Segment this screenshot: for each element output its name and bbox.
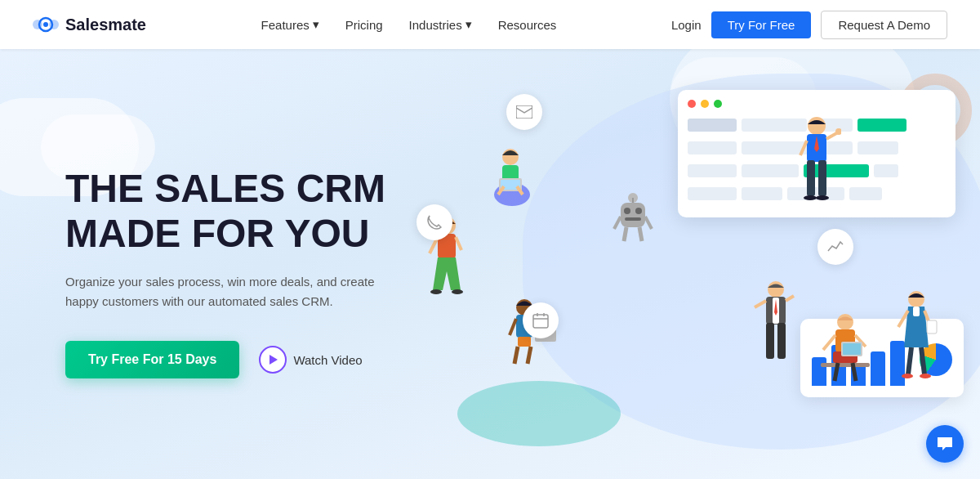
robot-figure xyxy=(612,188,653,245)
hero-section: THE SALES CRM MADE FOR YOU Organize your… xyxy=(0,49,980,479)
svg-line-44 xyxy=(755,301,766,307)
svg-point-31 xyxy=(816,195,829,200)
logo[interactable]: Salesmate xyxy=(33,15,146,34)
chevron-down-icon: ▾ xyxy=(313,17,319,32)
svg-point-22 xyxy=(808,117,826,135)
svg-line-74 xyxy=(645,217,652,229)
dashboard-controls xyxy=(688,100,946,108)
logo-icon xyxy=(33,15,59,34)
play-button-icon[interactable] xyxy=(259,346,287,374)
phone-icon-float xyxy=(416,204,452,240)
svg-point-48 xyxy=(837,314,853,330)
svg-line-50 xyxy=(823,335,835,350)
hero-subtext: Organize your sales process, win more de… xyxy=(65,272,392,311)
svg-rect-59 xyxy=(913,307,920,316)
window-control-red xyxy=(688,100,696,108)
chat-icon xyxy=(936,436,954,452)
chevron-down-icon: ▾ xyxy=(466,17,472,32)
svg-rect-28 xyxy=(807,160,815,196)
svg-point-30 xyxy=(804,195,817,200)
svg-rect-62 xyxy=(927,320,937,334)
chat-support-button[interactable] xyxy=(926,425,964,463)
svg-line-27 xyxy=(800,141,807,155)
person-at-whiteboard xyxy=(792,114,841,204)
svg-rect-46 xyxy=(766,323,774,359)
nav-industries[interactable]: Industries ▾ xyxy=(409,17,472,32)
login-button[interactable]: Login xyxy=(671,18,702,32)
svg-line-76 xyxy=(639,227,642,241)
window-control-green xyxy=(714,100,722,108)
cta-free-trial-button[interactable]: Try Free For 15 Days xyxy=(65,341,239,378)
svg-point-69 xyxy=(635,208,642,214)
svg-line-19 xyxy=(456,237,461,250)
svg-line-34 xyxy=(510,319,516,335)
svg-line-45 xyxy=(786,296,794,301)
svg-rect-70 xyxy=(625,217,641,221)
calendar-icon-float xyxy=(523,302,559,338)
navbar: Salesmate Features ▾ Pricing Industries … xyxy=(0,0,980,49)
person-seated-desk xyxy=(817,311,874,392)
nav-links: Features ▾ Pricing Industries ▾ Resource… xyxy=(261,17,557,32)
nav-pricing[interactable]: Pricing xyxy=(345,18,383,32)
hero-headline: THE SALES CRM MADE FOR YOU xyxy=(65,166,392,256)
watch-video-button[interactable]: Watch Video xyxy=(259,346,362,374)
svg-line-39 xyxy=(528,347,531,364)
svg-line-38 xyxy=(514,347,518,364)
svg-line-64 xyxy=(921,347,924,374)
svg-rect-55 xyxy=(843,343,861,355)
person-standing-blue xyxy=(894,286,939,384)
teal-table-decoration xyxy=(457,381,621,446)
svg-rect-47 xyxy=(777,323,786,359)
hero-content: THE SALES CRM MADE FOR YOU Organize your… xyxy=(0,150,392,378)
nav-resources[interactable]: Resources xyxy=(498,18,557,32)
request-demo-button[interactable]: Request A Demo xyxy=(821,11,947,39)
svg-point-21 xyxy=(452,289,463,294)
try-free-button[interactable]: Try For Free xyxy=(711,11,812,38)
person-seated-laptop xyxy=(486,131,539,208)
svg-rect-37 xyxy=(518,337,531,347)
play-triangle-icon xyxy=(270,355,278,365)
nav-actions: Login Try For Free Request A Demo xyxy=(671,11,947,39)
svg-point-66 xyxy=(920,374,931,378)
email-icon-float xyxy=(506,94,542,130)
svg-line-75 xyxy=(624,227,626,241)
chart-icon-float xyxy=(817,229,853,265)
svg-point-3 xyxy=(43,22,48,27)
svg-point-20 xyxy=(430,289,442,294)
svg-rect-4 xyxy=(516,105,532,119)
svg-rect-53 xyxy=(821,363,870,367)
hero-actions: Try Free For 15 Days Watch Video xyxy=(65,341,392,378)
svg-rect-5 xyxy=(533,315,548,328)
svg-point-40 xyxy=(768,281,784,298)
person-presenting xyxy=(751,278,800,368)
svg-line-63 xyxy=(908,347,911,374)
svg-point-65 xyxy=(902,374,913,378)
window-control-yellow xyxy=(701,100,709,108)
nav-features[interactable]: Features ▾ xyxy=(261,17,319,32)
svg-rect-29 xyxy=(818,160,826,196)
svg-line-73 xyxy=(614,217,621,229)
svg-rect-67 xyxy=(621,203,645,227)
hero-illustration xyxy=(408,49,980,479)
svg-point-68 xyxy=(624,208,630,214)
brand-name: Salesmate xyxy=(65,16,146,34)
